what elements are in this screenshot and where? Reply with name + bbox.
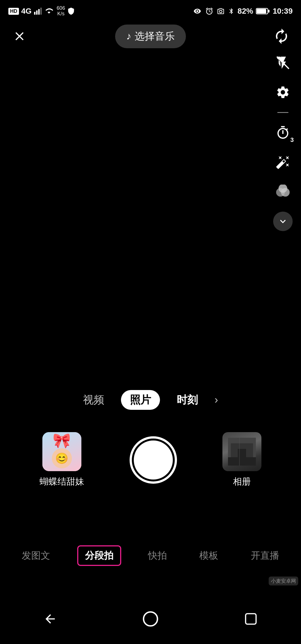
clock-time: 10:39: [273, 7, 293, 16]
svg-rect-2: [38, 9, 40, 15]
svg-rect-6: [268, 10, 270, 13]
tab-photo[interactable]: 照片: [121, 390, 160, 410]
tab-post-text[interactable]: 发图文: [16, 546, 56, 565]
nav-home-button[interactable]: [139, 608, 162, 630]
filter-label: 蝴蝶结甜妹: [40, 476, 84, 488]
mode-tabs-section: 视频 照片 时刻 ›: [0, 390, 301, 410]
svg-rect-3: [40, 8, 42, 15]
svg-point-16: [144, 612, 157, 626]
signal-bars-icon: [34, 7, 42, 15]
security-icon: [67, 7, 75, 15]
tab-video[interactable]: 视频: [83, 393, 104, 407]
timer-button[interactable]: 3: [273, 123, 293, 142]
shutter-button[interactable]: [130, 436, 177, 484]
home-circle-icon: [142, 611, 159, 627]
alarm-icon: [205, 7, 213, 15]
battery-percent: 82%: [237, 7, 253, 16]
system-nav-bar: [0, 608, 301, 630]
svg-rect-15: [239, 438, 240, 466]
filters-button[interactable]: [273, 182, 293, 202]
filter-preview: 🎀 😊: [42, 432, 81, 471]
svg-rect-0: [34, 12, 36, 15]
tab-live[interactable]: 开直播: [245, 546, 285, 565]
album-image-icon: [228, 438, 256, 466]
status-right: 82% 10:39: [192, 7, 293, 16]
status-bar: HD 4G 606 K/s 82%: [0, 0, 301, 22]
close-icon: [13, 29, 26, 43]
settings-button[interactable]: [273, 83, 293, 102]
tab-template[interactable]: 模板: [194, 546, 224, 565]
wifi-icon: [44, 7, 54, 15]
bluetooth-icon: [228, 7, 235, 15]
top-bar: ♪ 选择音乐: [0, 22, 301, 50]
right-sidebar: 3: [273, 53, 293, 231]
nav-recents-button[interactable]: [240, 608, 262, 630]
status-left: HD 4G 606 K/s: [8, 6, 75, 17]
svg-rect-14: [228, 457, 256, 466]
tab-moment[interactable]: 时刻: [177, 393, 198, 407]
flash-off-icon: [276, 55, 290, 70]
recents-square-icon: [244, 612, 258, 626]
music-note-icon: ♪: [126, 30, 131, 42]
wifi-speed: 606 K/s: [57, 6, 65, 17]
sidebar-divider: [277, 112, 288, 113]
chevron-down-icon: [277, 216, 288, 227]
shutter-inner: [134, 440, 173, 480]
mode-arrow-icon: ›: [215, 394, 218, 406]
tab-quick-shoot[interactable]: 快拍: [142, 546, 173, 565]
svg-rect-1: [36, 11, 38, 15]
svg-rect-5: [257, 9, 266, 13]
album-button[interactable]: 相册: [222, 432, 261, 488]
flip-camera-button[interactable]: [273, 28, 290, 45]
timer-icon: [276, 125, 290, 140]
close-button[interactable]: [11, 28, 28, 45]
back-arrow-icon: [43, 612, 57, 626]
nav-back-button[interactable]: [39, 608, 61, 630]
refresh-icon: [273, 28, 290, 45]
timer-number: 3: [290, 136, 294, 144]
eye-icon: [192, 7, 202, 15]
hd-badge: HD: [8, 8, 19, 15]
music-label: 选择音乐: [135, 30, 175, 43]
camera-icon: [216, 7, 225, 15]
flash-off-button[interactable]: [273, 53, 293, 72]
beauty-button[interactable]: [273, 152, 293, 172]
tab-segment-shoot[interactable]: 分段拍: [77, 545, 121, 566]
gear-icon: [276, 85, 290, 100]
beauty-wand-icon: [276, 155, 290, 170]
filter-avatar-button[interactable]: 🎀 😊 蝴蝶结甜妹: [40, 432, 84, 488]
svg-rect-17: [246, 614, 256, 624]
color-filter-icon: [276, 185, 290, 199]
more-options-button[interactable]: [273, 212, 293, 231]
battery-icon: [256, 7, 270, 15]
watermark: 小麦安卓网: [269, 577, 298, 585]
album-preview: [222, 432, 261, 471]
album-label: 相册: [233, 476, 251, 488]
bottom-controls: 🎀 😊 蝴蝶结甜妹 相册: [0, 432, 301, 488]
signal-4g: 4G: [21, 7, 31, 16]
watermark-text: 小麦安卓网: [271, 578, 296, 584]
music-select-button[interactable]: ♪ 选择音乐: [115, 25, 186, 48]
bottom-tab-bar: 发图文 分段拍 快拍 模板 开直播: [0, 545, 301, 566]
